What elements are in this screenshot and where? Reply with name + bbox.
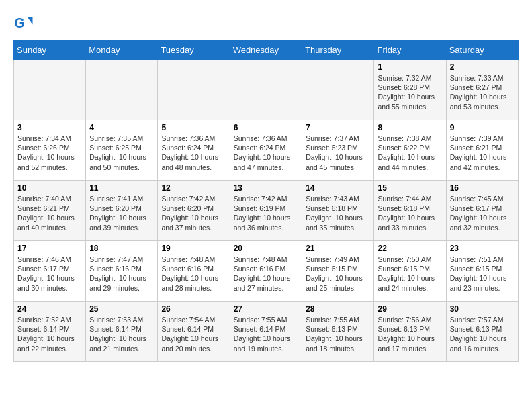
day-info: Sunrise: 7:49 AMSunset: 6:15 PMDaylight:… xyxy=(306,255,370,293)
day-number: 3 xyxy=(17,123,82,132)
day-cell: 27Sunrise: 7:55 AMSunset: 6:14 PMDayligh… xyxy=(230,302,302,362)
day-info: Sunrise: 7:53 AMSunset: 6:14 PMDaylight:… xyxy=(89,315,154,353)
weekday-tuesday: Tuesday xyxy=(158,41,230,60)
day-cell: 14Sunrise: 7:43 AMSunset: 6:18 PMDayligh… xyxy=(302,181,374,241)
day-info: Sunrise: 7:34 AMSunset: 6:26 PMDaylight:… xyxy=(17,134,82,172)
day-info: Sunrise: 7:46 AMSunset: 6:17 PMDaylight:… xyxy=(17,255,82,293)
day-number: 8 xyxy=(378,123,442,132)
week-row-1: 1Sunrise: 7:32 AMSunset: 6:28 PMDaylight… xyxy=(14,60,519,120)
day-cell xyxy=(230,60,302,120)
day-number: 16 xyxy=(450,183,515,193)
day-number: 5 xyxy=(161,123,226,132)
day-number: 26 xyxy=(161,304,226,314)
logo-icon: G xyxy=(13,13,34,34)
day-cell: 29Sunrise: 7:56 AMSunset: 6:13 PMDayligh… xyxy=(374,302,446,362)
day-number: 2 xyxy=(450,62,515,72)
day-info: Sunrise: 7:36 AMSunset: 6:24 PMDaylight:… xyxy=(161,134,226,172)
day-info: Sunrise: 7:54 AMSunset: 6:14 PMDaylight:… xyxy=(161,315,226,353)
svg-marker-1 xyxy=(28,17,33,25)
day-info: Sunrise: 7:45 AMSunset: 6:17 PMDaylight:… xyxy=(450,194,515,232)
day-info: Sunrise: 7:36 AMSunset: 6:24 PMDaylight:… xyxy=(234,134,299,172)
day-number: 30 xyxy=(450,304,515,314)
day-cell: 16Sunrise: 7:45 AMSunset: 6:17 PMDayligh… xyxy=(446,181,518,241)
day-info: Sunrise: 7:39 AMSunset: 6:21 PMDaylight:… xyxy=(450,134,515,172)
day-cell xyxy=(86,60,158,120)
weekday-thursday: Thursday xyxy=(302,41,374,60)
day-number: 6 xyxy=(234,123,299,132)
day-cell: 9Sunrise: 7:39 AMSunset: 6:21 PMDaylight… xyxy=(446,120,518,181)
day-number: 11 xyxy=(89,183,154,193)
day-info: Sunrise: 7:33 AMSunset: 6:27 PMDaylight:… xyxy=(450,73,515,111)
day-cell: 30Sunrise: 7:57 AMSunset: 6:13 PMDayligh… xyxy=(446,302,518,362)
weekday-monday: Monday xyxy=(86,41,158,60)
day-cell: 19Sunrise: 7:48 AMSunset: 6:16 PMDayligh… xyxy=(158,241,230,302)
day-cell: 17Sunrise: 7:46 AMSunset: 6:17 PMDayligh… xyxy=(14,241,86,302)
day-info: Sunrise: 7:38 AMSunset: 6:22 PMDaylight:… xyxy=(378,134,442,172)
logo: G xyxy=(13,13,36,34)
day-number: 13 xyxy=(234,183,299,193)
day-info: Sunrise: 7:41 AMSunset: 6:20 PMDaylight:… xyxy=(89,194,154,232)
day-cell: 11Sunrise: 7:41 AMSunset: 6:20 PMDayligh… xyxy=(86,181,158,241)
week-row-4: 17Sunrise: 7:46 AMSunset: 6:17 PMDayligh… xyxy=(14,241,519,302)
day-cell: 28Sunrise: 7:55 AMSunset: 6:13 PMDayligh… xyxy=(302,302,374,362)
day-info: Sunrise: 7:47 AMSunset: 6:16 PMDaylight:… xyxy=(89,255,154,293)
day-info: Sunrise: 7:42 AMSunset: 6:20 PMDaylight:… xyxy=(161,194,226,232)
day-info: Sunrise: 7:57 AMSunset: 6:13 PMDaylight:… xyxy=(450,315,515,353)
day-number: 19 xyxy=(161,244,226,253)
day-number: 20 xyxy=(234,244,299,253)
calendar-header: SundayMondayTuesdayWednesdayThursdayFrid… xyxy=(14,41,519,60)
day-number: 18 xyxy=(89,244,154,253)
day-cell: 24Sunrise: 7:52 AMSunset: 6:14 PMDayligh… xyxy=(14,302,86,362)
day-info: Sunrise: 7:37 AMSunset: 6:23 PMDaylight:… xyxy=(306,134,370,172)
weekday-saturday: Saturday xyxy=(446,41,518,60)
day-cell: 23Sunrise: 7:51 AMSunset: 6:15 PMDayligh… xyxy=(446,241,518,302)
day-info: Sunrise: 7:48 AMSunset: 6:16 PMDaylight:… xyxy=(161,255,226,293)
day-cell: 8Sunrise: 7:38 AMSunset: 6:22 PMDaylight… xyxy=(374,120,446,181)
day-cell: 18Sunrise: 7:47 AMSunset: 6:16 PMDayligh… xyxy=(86,241,158,302)
day-info: Sunrise: 7:50 AMSunset: 6:15 PMDaylight:… xyxy=(378,255,442,293)
day-info: Sunrise: 7:56 AMSunset: 6:13 PMDaylight:… xyxy=(378,315,442,353)
day-cell: 25Sunrise: 7:53 AMSunset: 6:14 PMDayligh… xyxy=(86,302,158,362)
day-number: 12 xyxy=(161,183,226,193)
day-info: Sunrise: 7:55 AMSunset: 6:13 PMDaylight:… xyxy=(306,315,370,353)
weekday-header-row: SundayMondayTuesdayWednesdayThursdayFrid… xyxy=(14,41,519,60)
day-info: Sunrise: 7:43 AMSunset: 6:18 PMDaylight:… xyxy=(306,194,370,232)
day-number: 25 xyxy=(89,304,154,314)
day-info: Sunrise: 7:44 AMSunset: 6:18 PMDaylight:… xyxy=(378,194,442,232)
svg-text:G: G xyxy=(15,15,25,30)
weekday-wednesday: Wednesday xyxy=(230,41,302,60)
day-cell: 5Sunrise: 7:36 AMSunset: 6:24 PMDaylight… xyxy=(158,120,230,181)
day-number: 4 xyxy=(89,123,154,132)
day-cell: 6Sunrise: 7:36 AMSunset: 6:24 PMDaylight… xyxy=(230,120,302,181)
day-number: 24 xyxy=(17,304,82,314)
day-cell: 2Sunrise: 7:33 AMSunset: 6:27 PMDaylight… xyxy=(446,60,518,120)
calendar-table: SundayMondayTuesdayWednesdayThursdayFrid… xyxy=(13,40,519,362)
day-cell: 22Sunrise: 7:50 AMSunset: 6:15 PMDayligh… xyxy=(374,241,446,302)
day-cell: 13Sunrise: 7:42 AMSunset: 6:19 PMDayligh… xyxy=(230,181,302,241)
day-number: 28 xyxy=(306,304,370,314)
day-info: Sunrise: 7:55 AMSunset: 6:14 PMDaylight:… xyxy=(234,315,299,353)
day-info: Sunrise: 7:51 AMSunset: 6:15 PMDaylight:… xyxy=(450,255,515,293)
page-header: G xyxy=(13,13,519,34)
day-number: 29 xyxy=(378,304,442,314)
day-cell: 20Sunrise: 7:48 AMSunset: 6:16 PMDayligh… xyxy=(230,241,302,302)
day-cell: 26Sunrise: 7:54 AMSunset: 6:14 PMDayligh… xyxy=(158,302,230,362)
day-number: 1 xyxy=(378,62,442,72)
day-cell: 1Sunrise: 7:32 AMSunset: 6:28 PMDaylight… xyxy=(374,60,446,120)
day-info: Sunrise: 7:40 AMSunset: 6:21 PMDaylight:… xyxy=(17,194,82,232)
weekday-sunday: Sunday xyxy=(14,41,86,60)
day-cell xyxy=(14,60,86,120)
day-number: 17 xyxy=(17,244,82,253)
day-number: 21 xyxy=(306,244,370,253)
day-number: 27 xyxy=(234,304,299,314)
day-cell: 21Sunrise: 7:49 AMSunset: 6:15 PMDayligh… xyxy=(302,241,374,302)
day-cell: 3Sunrise: 7:34 AMSunset: 6:26 PMDaylight… xyxy=(14,120,86,181)
day-number: 7 xyxy=(306,123,370,132)
day-info: Sunrise: 7:42 AMSunset: 6:19 PMDaylight:… xyxy=(234,194,299,232)
day-number: 15 xyxy=(378,183,442,193)
day-cell: 7Sunrise: 7:37 AMSunset: 6:23 PMDaylight… xyxy=(302,120,374,181)
day-cell xyxy=(158,60,230,120)
day-number: 10 xyxy=(17,183,82,193)
day-number: 22 xyxy=(378,244,442,253)
week-row-5: 24Sunrise: 7:52 AMSunset: 6:14 PMDayligh… xyxy=(14,302,519,362)
